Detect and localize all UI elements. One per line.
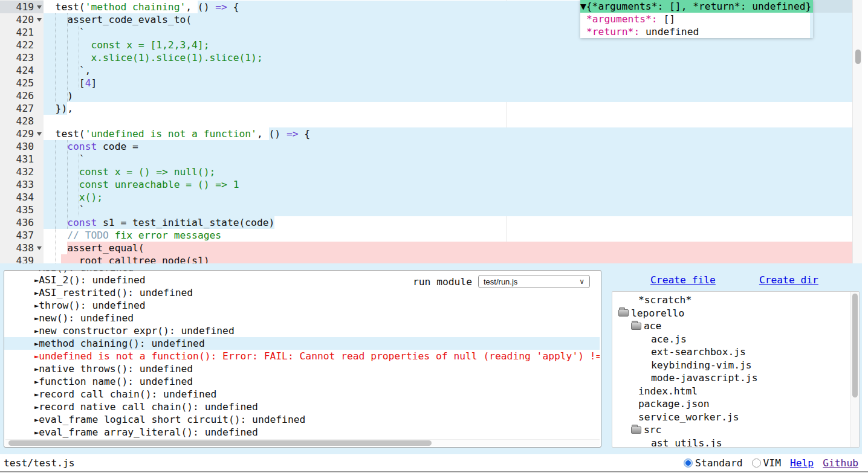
gutter-cell[interactable]: 435 xyxy=(0,204,44,216)
code-line-content[interactable]: test('undefined is not a function', () =… xyxy=(44,127,852,140)
radio-selected-icon[interactable] xyxy=(684,458,693,468)
horizontal-scrollbar-thumb[interactable] xyxy=(8,440,432,446)
file-tree-folder[interactable]: leporello xyxy=(612,307,859,320)
gutter-cell[interactable]: 423 xyxy=(0,51,44,64)
expand-triangle-icon[interactable]: ► xyxy=(34,401,39,413)
code-line-436[interactable]: 436 const s1 = test_initial_state(code) xyxy=(0,216,862,229)
file-tree-item[interactable]: mode-javascript.js xyxy=(612,371,859,385)
code-line-427[interactable]: 427 }), xyxy=(0,102,862,115)
code-line-content[interactable]: ` xyxy=(44,204,852,216)
code-line-content[interactable]: const unreachable = () => 1 xyxy=(44,178,852,191)
expand-triangle-icon[interactable]: ► xyxy=(34,414,39,426)
code-line-content[interactable] xyxy=(44,115,852,127)
gutter-cell[interactable]: 432 xyxy=(0,166,44,178)
code-line-434[interactable]: 434 x(); xyxy=(0,191,862,204)
test-result-item[interactable]: ►throw(): undefined xyxy=(4,299,600,312)
file-tree-item[interactable]: ext-searchbox.js xyxy=(612,346,859,359)
code-line-428[interactable]: 428 xyxy=(0,115,862,127)
fold-arrow-icon[interactable] xyxy=(37,18,42,22)
code-line-433[interactable]: 433 const unreachable = () => 1 xyxy=(0,178,862,191)
gutter-cell[interactable]: 426 xyxy=(0,89,44,102)
gutter-cell[interactable]: 427 xyxy=(0,102,44,115)
test-result-item[interactable]: ►record native call chain(): undefined xyxy=(4,400,600,413)
file-tree-folder[interactable]: ace xyxy=(612,320,859,333)
gutter-cell[interactable]: 419 xyxy=(0,1,44,13)
github-link[interactable]: Github xyxy=(823,457,858,469)
file-tree-item[interactable]: keybinding-vim.js xyxy=(612,359,859,372)
code-line-content[interactable]: const code = xyxy=(44,140,852,153)
keybinding-vim-option[interactable]: VIM xyxy=(752,457,781,469)
expand-triangle-icon[interactable]: ► xyxy=(34,312,39,324)
gutter-cell[interactable]: 430 xyxy=(0,140,44,153)
expand-triangle-icon[interactable]: ► xyxy=(34,363,39,375)
test-result-item[interactable]: ►native throws(): undefined xyxy=(4,362,600,375)
code-line-424[interactable]: 424 `, xyxy=(0,64,862,77)
code-line-content[interactable]: ` xyxy=(44,153,852,166)
value-tooltip-header[interactable]: ▼{*arguments*: [], *return*: undefined} xyxy=(580,0,813,13)
code-line-432[interactable]: 432 const x = () => null(); xyxy=(0,166,862,178)
file-tree-item[interactable]: package.json xyxy=(612,397,859,411)
code-line-439[interactable]: 439 root_calltree_node(s1) xyxy=(0,254,862,263)
code-line-content[interactable]: [4] xyxy=(44,77,852,89)
code-line-content[interactable]: const s1 = test_initial_state(code) xyxy=(44,216,852,229)
run-module-select[interactable]: test/run.js ∨ xyxy=(478,275,590,288)
fold-arrow-icon[interactable] xyxy=(37,5,42,9)
editor-scrollbar-thumb[interactable] xyxy=(855,50,861,64)
code-line-content[interactable]: x.slice(1).slice(1).slice(1); xyxy=(44,51,852,64)
code-line-content[interactable]: root_calltree_node(s1) xyxy=(44,254,852,263)
fold-arrow-icon[interactable] xyxy=(37,246,42,250)
code-line-438[interactable]: 438 assert_equal( xyxy=(0,242,862,254)
expand-triangle-icon[interactable]: ► xyxy=(34,287,39,299)
test-result-item[interactable]: ►method chaining(): undefined xyxy=(4,337,600,350)
gutter-cell[interactable]: 431 xyxy=(0,153,44,166)
test-result-item[interactable]: ►ASI_restrited(): undefined xyxy=(4,286,600,299)
code-editor[interactable]: 419 test('method chaining', () => {420 a… xyxy=(0,0,862,263)
keybinding-standard-option[interactable]: Standard xyxy=(684,457,742,469)
horizontal-scrollbar[interactable] xyxy=(5,439,600,446)
test-result-item[interactable]: ►new(): undefined xyxy=(4,312,600,324)
test-result-item[interactable]: ►function name(): undefined xyxy=(4,375,600,388)
code-line-content[interactable]: }), xyxy=(44,102,852,115)
gutter-cell[interactable]: 420 xyxy=(0,13,44,26)
code-line-431[interactable]: 431 ` xyxy=(0,153,862,166)
expand-triangle-icon[interactable]: ► xyxy=(34,376,39,388)
test-result-item[interactable]: ►record call chain(): undefined xyxy=(4,388,600,400)
gutter-cell[interactable]: 438 xyxy=(0,242,44,254)
gutter-cell[interactable]: 436 xyxy=(0,216,44,229)
code-line-422[interactable]: 422 const x = [1,2,3,4]; xyxy=(0,39,862,51)
file-tree-scrollbar-thumb[interactable] xyxy=(852,294,858,397)
create-file-link[interactable]: Create file xyxy=(650,274,716,286)
expand-triangle-icon[interactable]: ► xyxy=(34,426,39,439)
gutter-cell[interactable]: 421 xyxy=(0,26,44,39)
expand-triangle-icon[interactable]: ► xyxy=(34,388,39,400)
help-link[interactable]: Help xyxy=(790,457,814,469)
code-line-425[interactable]: 425 [4] xyxy=(0,77,862,89)
fold-arrow-icon[interactable] xyxy=(37,132,42,136)
gutter-cell[interactable]: 429 xyxy=(0,127,44,140)
gutter-cell[interactable]: 433 xyxy=(0,178,44,191)
gutter-cell[interactable]: 422 xyxy=(0,39,44,51)
file-tree-scrollbar[interactable] xyxy=(850,292,859,447)
file-tree-item[interactable]: ace.js xyxy=(612,333,859,346)
code-line-content[interactable]: const x = [1,2,3,4]; xyxy=(44,39,852,51)
expand-triangle-icon[interactable]: ► xyxy=(34,338,39,350)
code-line-content[interactable]: x(); xyxy=(44,191,852,204)
file-tree-folder[interactable]: src xyxy=(612,423,859,437)
code-line-content[interactable]: // TODO fix error messages xyxy=(44,229,852,242)
file-tree-item[interactable]: ast_utils.js xyxy=(612,437,859,448)
editor-scrollbar[interactable] xyxy=(852,0,862,263)
expand-triangle-icon[interactable]: ► xyxy=(34,300,39,312)
radio-unselected-icon[interactable] xyxy=(752,458,761,468)
code-line-426[interactable]: 426 ) xyxy=(0,89,862,102)
code-line-437[interactable]: 437 // TODO fix error messages xyxy=(0,229,862,242)
code-line-423[interactable]: 423 x.slice(1).slice(1).slice(1); xyxy=(0,51,862,64)
file-tree-item[interactable]: service_worker.js xyxy=(612,411,859,424)
code-line-content[interactable]: `, xyxy=(44,64,852,77)
file-tree-item[interactable]: index.html xyxy=(612,385,859,398)
test-result-item[interactable]: ►new constructor expr(): undefined xyxy=(4,324,600,337)
gutter-cell[interactable]: 428 xyxy=(0,115,44,127)
code-line-430[interactable]: 430 const code = xyxy=(0,140,862,153)
gutter-cell[interactable]: 434 xyxy=(0,191,44,204)
file-tree-item[interactable]: *scratch* xyxy=(612,294,859,307)
expand-triangle-icon[interactable]: ► xyxy=(34,274,39,286)
